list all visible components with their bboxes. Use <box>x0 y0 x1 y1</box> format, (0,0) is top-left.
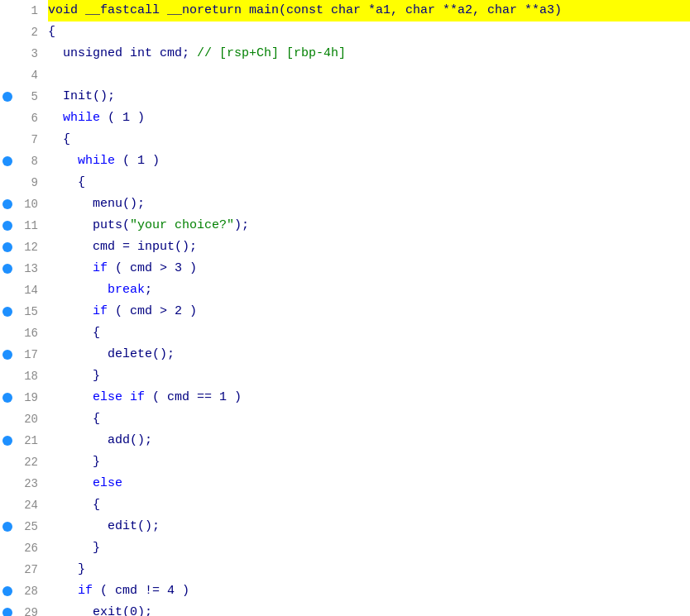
breakpoint-slot[interactable] <box>0 387 15 408</box>
code-token <box>122 387 130 408</box>
breakpoint-slot[interactable] <box>0 43 15 64</box>
code-token: __fastcall __noreturn main(const char *a… <box>78 0 562 21</box>
line-number: 2 <box>18 21 38 43</box>
breakpoint-slot[interactable] <box>0 172 15 193</box>
breakpoint-slot[interactable] <box>0 430 15 451</box>
code-token: { <box>48 494 100 516</box>
breakpoint-slot[interactable] <box>0 86 15 107</box>
line-number: 11 <box>18 215 38 236</box>
breakpoint-slot[interactable] <box>0 107 15 129</box>
code-line: menu(); <box>48 193 690 215</box>
code-line: else <box>48 473 690 494</box>
breakpoint-slot[interactable] <box>0 344 15 365</box>
breakpoint-slot[interactable] <box>0 279 15 301</box>
line-number: 13 <box>18 258 38 279</box>
breakpoint-dot <box>2 586 12 596</box>
code-token <box>48 301 93 322</box>
code-line: } <box>48 365 690 387</box>
breakpoint-slot[interactable] <box>0 215 15 236</box>
code-line: delete(); <box>48 344 690 365</box>
code-editor: 1234567891011121314151617181920212223242… <box>0 0 690 616</box>
code-line: { <box>48 21 690 43</box>
line-number: 9 <box>18 172 38 193</box>
code-line: void __fastcall __noreturn main(const ch… <box>48 0 690 21</box>
breakpoint-dot <box>2 242 12 252</box>
breakpoint-slot[interactable] <box>0 559 15 580</box>
code-token: } <box>48 451 100 473</box>
breakpoint-slot[interactable] <box>0 129 15 150</box>
breakpoint-slot[interactable] <box>0 0 15 21</box>
breakpoint-slot[interactable] <box>0 236 15 258</box>
code-token: "your choice?" <box>130 215 234 236</box>
code-line: Init(); <box>48 86 690 107</box>
code-token: { <box>48 322 100 344</box>
breakpoint-slot[interactable] <box>0 258 15 279</box>
breakpoint-slot[interactable] <box>0 193 15 215</box>
code-line: } <box>48 537 690 559</box>
code-token: menu(); <box>48 193 145 215</box>
breakpoint-slot[interactable] <box>0 150 15 172</box>
breakpoint-slot[interactable] <box>0 21 15 43</box>
code-token: ( cmd == 1 ) <box>145 387 242 408</box>
code-line: edit(); <box>48 516 690 537</box>
code-line: cmd = input(); <box>48 236 690 258</box>
code-token: { <box>48 172 85 193</box>
breakpoint-slot[interactable] <box>0 451 15 473</box>
line-number: 5 <box>18 86 38 107</box>
code-token <box>48 473 93 494</box>
code-line: if ( cmd > 3 ) <box>48 258 690 279</box>
breakpoint-slot[interactable] <box>0 365 15 387</box>
code-line: { <box>48 172 690 193</box>
code-token: } <box>48 537 100 559</box>
code-line: } <box>48 559 690 580</box>
breakpoint-gutter <box>0 0 15 616</box>
breakpoint-slot[interactable] <box>0 301 15 322</box>
breakpoint-slot[interactable] <box>0 580 15 602</box>
code-line <box>48 64 690 86</box>
code-token: // [rsp+Ch] [rbp-4h] <box>197 43 346 64</box>
breakpoint-slot[interactable] <box>0 64 15 86</box>
code-line: if ( cmd != 4 ) <box>48 580 690 602</box>
breakpoint-slot[interactable] <box>0 602 15 616</box>
breakpoint-dot <box>2 221 12 231</box>
line-number: 7 <box>18 129 38 150</box>
code-token: while <box>63 107 100 129</box>
line-number: 8 <box>18 150 38 172</box>
code-token: ( cmd > 3 ) <box>108 258 197 279</box>
breakpoint-slot[interactable] <box>0 537 15 559</box>
breakpoint-slot[interactable] <box>0 473 15 494</box>
line-number: 1 <box>18 0 38 21</box>
code-token: if <box>93 301 108 322</box>
code-token <box>48 258 93 279</box>
breakpoint-dot <box>2 199 12 209</box>
code-token: exit(0); <box>48 602 152 616</box>
breakpoint-dot <box>2 393 12 403</box>
breakpoint-slot[interactable] <box>0 516 15 537</box>
code-token: } <box>48 365 100 387</box>
code-token: ; <box>145 279 152 301</box>
code-token: { <box>48 129 70 150</box>
line-number: 21 <box>18 430 38 451</box>
code-line: unsigned int cmd; // [rsp+Ch] [rbp-4h] <box>48 43 690 64</box>
line-number: 29 <box>18 602 38 616</box>
line-number: 10 <box>18 193 38 215</box>
code-token: puts( <box>48 215 130 236</box>
line-number-gutter: 1234567891011121314151617181920212223242… <box>15 0 45 616</box>
code-content: void __fastcall __noreturn main(const ch… <box>45 0 690 616</box>
code-token: } <box>48 559 85 580</box>
code-line: exit(0); <box>48 602 690 616</box>
breakpoint-slot[interactable] <box>0 322 15 344</box>
breakpoint-dot <box>2 156 12 166</box>
code-token: if <box>78 580 93 602</box>
code-token <box>48 107 63 129</box>
line-number: 27 <box>18 559 38 580</box>
code-line: while ( 1 ) <box>48 107 690 129</box>
line-number: 17 <box>18 344 38 365</box>
code-token: if <box>93 258 108 279</box>
code-line: add(); <box>48 430 690 451</box>
line-number: 24 <box>18 494 38 516</box>
code-line: { <box>48 129 690 150</box>
breakpoint-slot[interactable] <box>0 408 15 430</box>
line-number: 6 <box>18 107 38 129</box>
breakpoint-slot[interactable] <box>0 494 15 516</box>
